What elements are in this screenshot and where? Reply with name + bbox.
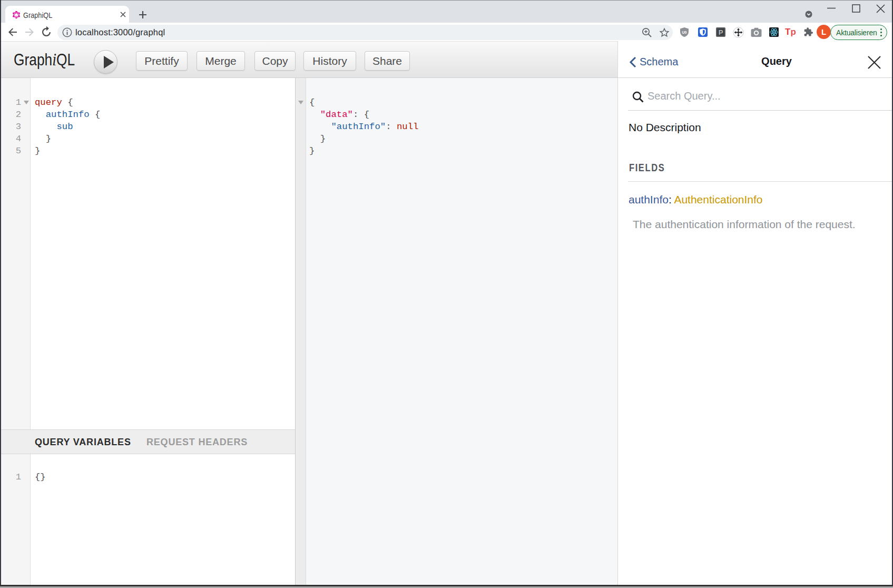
svg-text:U0: U0 bbox=[682, 31, 687, 34]
svg-text:P: P bbox=[719, 28, 723, 36]
